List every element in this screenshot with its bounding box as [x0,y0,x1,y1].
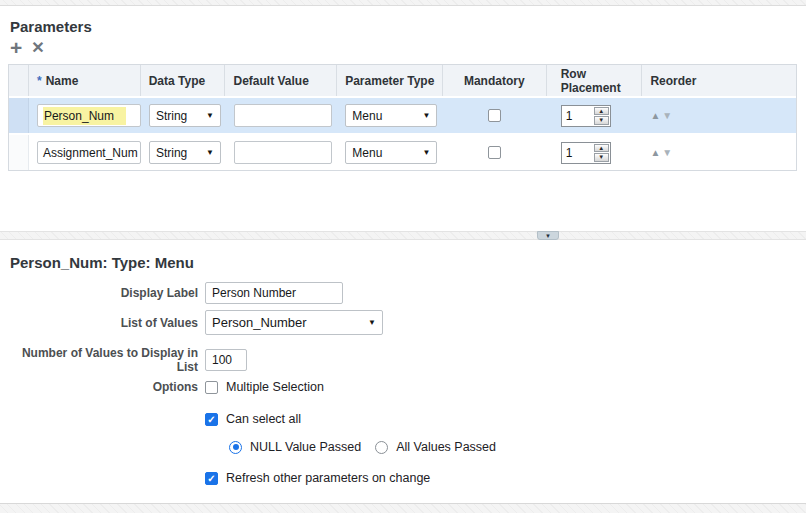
detail-title: Person_Num: Type: Menu [10,254,194,271]
data-type-dropdown[interactable]: String ▼ [149,141,221,164]
spinner-down-icon[interactable]: ▼ [594,116,609,125]
can-select-all-row: ✓ Can select all [8,412,301,426]
parameter-type-dropdown[interactable]: Menu ▼ [345,141,437,164]
table-row[interactable]: Person_Num String ▼ Menu ▼ [9,96,796,133]
spinner-down-icon[interactable]: ▼ [594,153,609,162]
reorder-controls: ▲ ▼ [650,147,672,158]
display-label-row: Display Label Person Number [8,282,343,304]
default-value-input[interactable] [234,104,332,127]
list-of-values-dropdown[interactable]: Person_Number ▼ [205,310,383,335]
add-parameter-icon[interactable]: + [10,38,22,58]
values-in-list-row: Number of Values to Display in List 100 [8,346,247,374]
name-input[interactable]: Assignment_Num [37,141,141,164]
can-select-all-label: Can select all [226,412,301,426]
refresh-row: ✓ Refresh other parameters on change [8,471,430,485]
row-selector-cell[interactable] [9,135,29,170]
parameters-screen: Parameters + ✕ * Name Data Type Default … [0,0,806,513]
table-header-row: * Name Data Type Default Value Parameter… [9,65,796,96]
options-row: Options Multiple Selection [8,380,324,394]
bottom-divider-bar [0,503,806,513]
mandatory-checkbox[interactable] [488,109,501,122]
all-values-passed-radio[interactable] [375,441,388,454]
display-label-label: Display Label [8,286,198,300]
panel-splitter[interactable] [0,231,806,240]
header-name: * Name [29,65,141,96]
options-label: Options [8,380,198,394]
parameters-table: * Name Data Type Default Value Parameter… [8,64,797,171]
refresh-checkbox[interactable]: ✓ [205,472,218,485]
required-asterisk: * [37,74,42,88]
row-placement-value: 1 [562,106,593,126]
values-in-list-input[interactable]: 100 [205,349,247,371]
chevron-down-icon: ▼ [206,148,214,157]
move-up-icon[interactable]: ▲ [650,147,660,158]
null-value-passed-radio[interactable] [229,441,242,454]
header-parameter-type: Parameter Type [337,65,443,96]
header-reorder: Reorder [642,65,796,96]
chevron-down-icon: ▼ [422,148,430,157]
header-data-type: Data Type [141,65,226,96]
header-row-placement: Row Placement [547,65,643,96]
spinner-up-icon[interactable]: ▲ [594,107,609,116]
name-input-text: Assignment_Num [43,146,138,160]
chevron-down-icon: ▼ [206,111,214,120]
name-input[interactable]: Person_Num [37,104,141,127]
row-placement-value: 1 [562,143,593,163]
values-in-list-label: Number of Values to Display in List [8,346,198,374]
move-up-icon[interactable]: ▲ [650,110,660,121]
passed-mode-row: NULL Value Passed All Values Passed [32,440,496,454]
list-of-values-row: List of Values Person_Number ▼ [8,310,383,335]
header-default-value: Default Value [225,65,337,96]
all-values-passed-label: All Values Passed [396,440,496,454]
row-placement-spinner[interactable]: 1 ▲ ▼ [561,142,611,164]
multiple-selection-checkbox[interactable] [205,381,218,394]
row-placement-spinner[interactable]: 1 ▲ ▼ [561,105,611,127]
header-row-selector [9,65,29,96]
mandatory-checkbox[interactable] [488,146,501,159]
splitter-collapse-handle[interactable]: ▼ [537,231,559,240]
reorder-controls: ▲ ▼ [650,110,672,121]
list-of-values-label: List of Values [8,316,198,330]
name-input-text: Person_Num [43,107,126,125]
chevron-down-icon: ▼ [368,318,376,327]
move-down-icon[interactable]: ▼ [662,110,672,121]
refresh-label: Refresh other parameters on change [226,471,430,485]
header-mandatory: Mandatory [443,65,547,96]
display-label-input[interactable]: Person Number [205,282,343,304]
row-selector-cell[interactable] [9,98,29,133]
multiple-selection-label: Multiple Selection [226,380,324,394]
null-value-passed-label: NULL Value Passed [250,440,361,454]
delete-parameter-icon[interactable]: ✕ [31,38,44,58]
parameter-type-dropdown[interactable]: Menu ▼ [345,104,437,127]
table-row[interactable]: Assignment_Num String ▼ Menu ▼ [9,133,796,170]
data-type-dropdown[interactable]: String ▼ [149,104,221,127]
all-values-passed-option: All Values Passed [375,440,496,454]
parameters-toolbar: + ✕ [10,38,45,58]
parameters-title: Parameters [10,18,92,35]
move-down-icon[interactable]: ▼ [662,147,672,158]
null-value-passed-option: NULL Value Passed [229,440,361,454]
spinner-up-icon[interactable]: ▲ [594,144,609,153]
default-value-input[interactable] [234,141,332,164]
can-select-all-checkbox[interactable]: ✓ [205,413,218,426]
top-divider-bar [0,0,806,6]
chevron-down-icon: ▼ [422,111,430,120]
splitter-arrow-icon: ▼ [545,233,551,239]
